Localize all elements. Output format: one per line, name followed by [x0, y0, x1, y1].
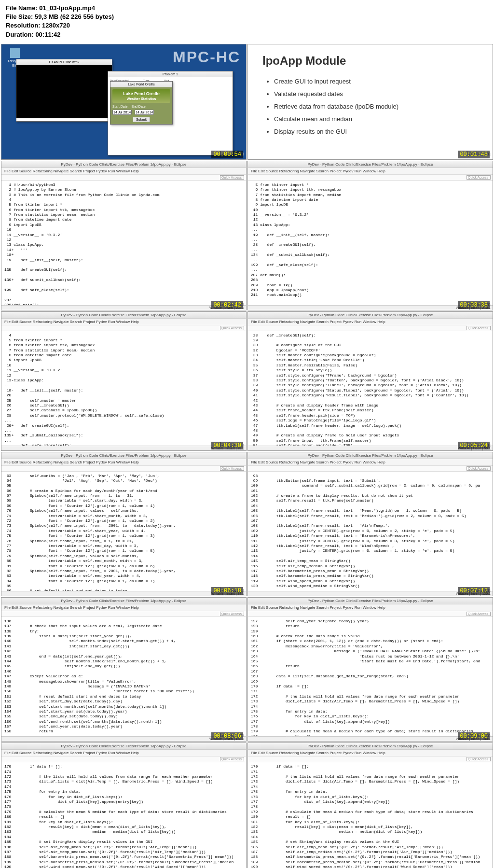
- thumbnail-4[interactable]: PyDev - Python Code Clinic/Exercise File…: [247, 161, 493, 310]
- thumbnail-10[interactable]: PyDev - Python Code Clinic/Exercise File…: [247, 597, 493, 742]
- quick-access-input[interactable]: Quick Access: [220, 612, 244, 616]
- status-bar: Writable | Insert | 28:1: [1, 446, 246, 450]
- status-bar: Writable | Insert | 208:1: [1, 305, 246, 310]
- toolbar[interactable]: Quick Access: [248, 756, 493, 762]
- submit-button[interactable]: Submit: [133, 117, 150, 122]
- code-editor[interactable]: 157 self.end_year.set(date.today().year)…: [248, 617, 493, 741]
- window-title: PyDev - Python Code Clinic/Exercise File…: [1, 312, 246, 319]
- timestamp: 00:02:42: [211, 301, 243, 309]
- status-bar: Writable | Insert | 50:1: [248, 446, 493, 450]
- window-title: PyDev - Python Code Clinic/Exercise File…: [1, 452, 246, 459]
- code-editor[interactable]: 28 def _createGUI(self): 29 30 # configu…: [248, 331, 493, 450]
- code-editor[interactable]: 98 99 ttk.Button(self.frame_input, text …: [248, 472, 493, 591]
- quick-access-input[interactable]: Quick Access: [220, 175, 244, 180]
- code-editor[interactable]: 63 self.months = ('Jan', 'Feb', 'Mar', '…: [1, 472, 246, 596]
- window-title: PyDev - Python Code Clinic/Exercise File…: [248, 161, 493, 168]
- problem-window: Problem 1 DateRecordedTypeUnit Lake Pend…: [108, 71, 233, 155]
- code-editor[interactable]: 136 137 # check that the input values ar…: [1, 617, 246, 736]
- timestamp: 00:05:24: [458, 442, 490, 449]
- menubar[interactable]: File Edit Source Refactoring Navigate Se…: [1, 604, 246, 611]
- mpc-watermark: MPC-HC: [173, 48, 240, 66]
- lake-app-window: Lake Pend Oreille Lake Pend OreilleWeath…: [110, 81, 173, 125]
- quick-access-input[interactable]: Quick Access: [467, 757, 491, 761]
- quick-access-input[interactable]: Quick Access: [467, 175, 491, 180]
- player-window: EXAMPLETitle.wmv: [16, 59, 112, 122]
- status-bar: Writable | Insert | 158:1: [1, 736, 246, 741]
- window-title: PyDev - Python Code Clinic/Exercise File…: [248, 743, 493, 750]
- quick-access-input[interactable]: Quick Access: [467, 326, 491, 330]
- status-bar: Writable | Insert | 180:1: [248, 736, 493, 741]
- thumbnail-2[interactable]: lpoApp Module Create GUI to input reques…: [247, 44, 493, 160]
- quick-access-input[interactable]: Quick Access: [220, 757, 244, 761]
- toolbar[interactable]: Quick Access: [248, 611, 493, 617]
- thumbnail-grid: MPC-HC Recycle Bin EXAMPLETitle.wmv Prob…: [0, 43, 494, 868]
- toolbar[interactable]: Quick Access: [248, 325, 493, 331]
- thumbnail-12[interactable]: PyDev - Python Code Clinic/Exercise File…: [247, 742, 493, 868]
- code-editor[interactable]: 5 from tkinter import * 6 from tkinter i…: [248, 181, 493, 300]
- timestamp: 00:08:06: [211, 732, 243, 740]
- toolbar[interactable]: Quick Access: [1, 611, 246, 617]
- toolbar[interactable]: Quick Access: [248, 175, 493, 181]
- thumbnail-3[interactable]: PyDev - Python Code Clinic/Exercise File…: [1, 161, 247, 310]
- timestamp: 00:03:38: [458, 301, 490, 309]
- thumbnail-1[interactable]: MPC-HC Recycle Bin EXAMPLETitle.wmv Prob…: [1, 44, 247, 160]
- menubar[interactable]: File Edit Source Refactoring Navigate Se…: [248, 168, 493, 175]
- timestamp: 00:07:12: [458, 587, 490, 595]
- thumbnail-5[interactable]: PyDev - Python Code Clinic/Exercise File…: [1, 311, 247, 451]
- window-title: PyDev - Python Code Clinic/Exercise File…: [248, 452, 493, 459]
- toolbar[interactable]: Quick Access: [248, 466, 493, 472]
- menubar[interactable]: File Edit Source Refactoring Navigate Se…: [248, 750, 493, 756]
- toolbar[interactable]: Quick Access: [1, 325, 246, 331]
- status-bar: Writable | Insert | 120:1: [248, 591, 493, 596]
- thumbnail-6[interactable]: PyDev - Python Code Clinic/Exercise File…: [247, 311, 493, 451]
- toolbar[interactable]: Quick Access: [1, 756, 246, 762]
- menubar[interactable]: File Edit Source Refactoring Navigate Se…: [1, 459, 246, 466]
- timestamp: 00:00:54: [211, 151, 243, 158]
- window-title: PyDev - Python Code Clinic/Exercise File…: [1, 743, 246, 750]
- thumbnail-11[interactable]: PyDev - Python Code Clinic/Exercise File…: [1, 742, 247, 868]
- menubar[interactable]: File Edit Source Refactoring Navigate Se…: [1, 750, 246, 756]
- toolbar[interactable]: Quick Access: [1, 466, 246, 472]
- quick-access-input[interactable]: Quick Access: [220, 326, 244, 330]
- window-title: PyDev - Python Code Clinic/Exercise File…: [248, 312, 493, 319]
- menubar[interactable]: File Edit Source Refactoring Navigate Se…: [248, 459, 493, 466]
- code-editor[interactable]: 170 if data != []: 171 172 # the lists w…: [1, 762, 246, 868]
- menubar[interactable]: File Edit Source Refactoring Navigate Se…: [248, 319, 493, 325]
- timestamp: 00:06:18: [211, 587, 243, 595]
- timestamp: 00:04:30: [211, 442, 243, 449]
- code-editor[interactable]: 4 5 from tkinter import * 6 from tkinter…: [1, 331, 246, 450]
- timestamp: 00:09:00: [458, 732, 490, 740]
- menubar[interactable]: File Edit Source Refactoring Navigate Se…: [1, 319, 246, 325]
- quick-access-input[interactable]: Quick Access: [467, 612, 491, 616]
- timestamp: 00:01:48: [458, 151, 490, 158]
- status-bar: Writable | Insert | 84:1: [1, 591, 246, 596]
- status-bar: Writable | Insert | 210:1: [248, 305, 493, 310]
- window-title: PyDev - Python Code Clinic/Exercise File…: [1, 598, 246, 604]
- thumbnail-8[interactable]: PyDev - Python Code Clinic/Exercise File…: [247, 452, 493, 596]
- file-metadata: File Name: 01_03-lpoApp.mp4 File Size: 5…: [0, 0, 494, 43]
- toolbar[interactable]: Quick Access: [1, 175, 246, 181]
- quick-access-input[interactable]: Quick Access: [220, 466, 244, 471]
- quick-access-input[interactable]: Quick Access: [467, 466, 491, 471]
- menubar[interactable]: File Edit Source Refactoring Navigate Se…: [1, 168, 246, 175]
- code-editor[interactable]: 1 #!/usr/bin/python3 2 # lpoApp.py by Ba…: [1, 181, 246, 310]
- window-title: PyDev - Python Code Clinic/Exercise File…: [1, 161, 246, 168]
- slide-title: lpoApp Module: [262, 54, 478, 68]
- thumbnail-9[interactable]: PyDev - Python Code Clinic/Exercise File…: [1, 597, 247, 742]
- slide-bullets: Create GUI to input request Validate req…: [262, 75, 478, 138]
- menubar[interactable]: File Edit Source Refactoring Navigate Se…: [248, 604, 493, 611]
- window-title: PyDev - Python Code Clinic/Exercise File…: [248, 598, 493, 604]
- thumbnail-7[interactable]: PyDev - Python Code Clinic/Exercise File…: [1, 452, 247, 596]
- code-editor[interactable]: 170 if data != []: 171 172 # the lists w…: [248, 762, 493, 868]
